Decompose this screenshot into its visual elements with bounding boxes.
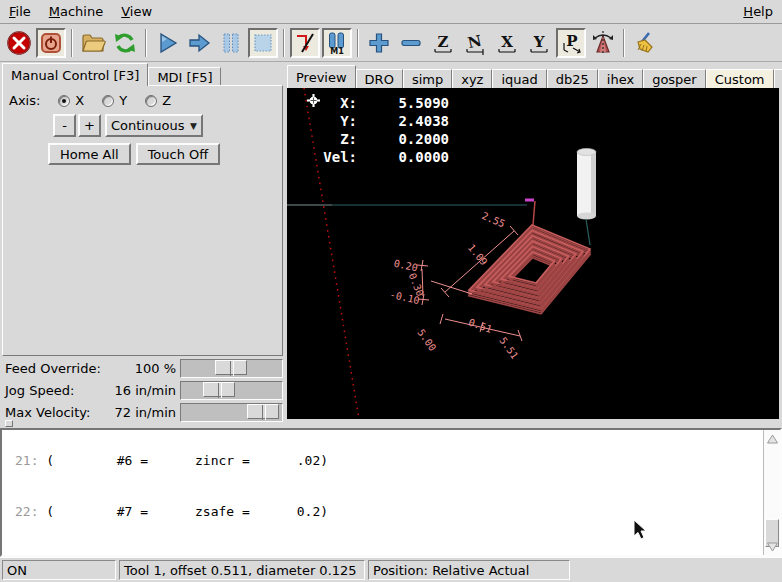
svg-text:P: P — [566, 32, 577, 50]
clear-plot-button[interactable] — [630, 28, 660, 58]
optional-pause-button[interactable]: M1 — [322, 28, 352, 58]
max-velocity-value: 72 in/min — [80, 405, 176, 420]
tab-preview[interactable]: Preview — [287, 65, 356, 88]
machine-power-button[interactable] — [36, 28, 66, 58]
jog-plus-button[interactable]: + — [78, 114, 101, 137]
jog-speed-value: 16 in/min — [80, 383, 176, 398]
max-velocity-slider[interactable] — [180, 403, 283, 422]
step-button[interactable] — [184, 28, 214, 58]
view-z-rotated-button[interactable]: N — [460, 28, 490, 58]
tab-ttt[interactable]: ttt — [774, 69, 782, 88]
jog-speed-slider[interactable] — [180, 381, 283, 400]
dro-y-row: Y:2.4038 — [301, 112, 449, 130]
tab-iquad[interactable]: iquad — [492, 69, 546, 88]
tab-db25[interactable]: db25 — [547, 69, 598, 88]
tab-gosper[interactable]: gosper — [643, 69, 706, 88]
toolbar-separator — [71, 29, 73, 57]
zoom-out-button[interactable] — [396, 28, 426, 58]
tab-simp[interactable]: simp — [403, 69, 452, 88]
tab-custom[interactable]: Custom — [706, 69, 774, 88]
homed-icon — [307, 94, 320, 107]
menu-file[interactable]: File — [0, 1, 40, 22]
tab-xyz[interactable]: xyz — [452, 69, 492, 88]
dro-readout: X:5.5090 Y:2.4038 Z:0.2000 Vel:0.0000 — [301, 94, 449, 166]
menu-help[interactable]: Help — [734, 1, 782, 22]
pause-button[interactable] — [216, 28, 246, 58]
skip-lines-button[interactable] — [290, 28, 320, 58]
feed-override-value: 100 % — [80, 361, 176, 376]
toolbar-separator — [145, 29, 147, 57]
dim-x-min: 5.00 — [415, 327, 438, 353]
dim-z-max: 0.20 — [393, 258, 419, 274]
chevron-down-icon: ▼ — [190, 121, 197, 131]
axis-radio-z[interactable]: Z — [145, 93, 171, 108]
pocket-toolpath — [469, 225, 590, 314]
radio-indicator — [102, 95, 114, 107]
zoom-in-button[interactable] — [364, 28, 394, 58]
step-arrow-icon — [187, 31, 211, 55]
estop-icon — [6, 30, 32, 56]
triangle-up-icon — [767, 434, 778, 444]
tool-info-cell: Tool 1, offset 0.511, diameter 0.125 — [119, 560, 365, 580]
svg-text:Z: Z — [438, 33, 449, 51]
menu-machine[interactable]: Machine — [40, 1, 112, 22]
broom-icon — [632, 30, 658, 56]
scroll-up-arrow[interactable] — [764, 430, 781, 447]
dro-x-row: X:5.5090 — [301, 94, 449, 112]
manual-control-frame: Axis: X Y Z - + Continuous — [2, 85, 283, 356]
toolbar: M1 Z N X — [0, 25, 782, 62]
gcode-line[interactable]: 21: ( #6 = zincr = .02) — [2, 452, 762, 469]
feed-override-slider[interactable] — [180, 359, 283, 378]
status-bar: ON Tool 1, offset 0.511, diameter 0.125 … — [0, 557, 782, 582]
view-z-button[interactable]: Z — [428, 28, 458, 58]
pause-icon — [219, 31, 243, 55]
view-x-icon: X — [495, 31, 519, 55]
preview-canvas[interactable]: 2.55 1.09 0.20 0.30 -0.10 5.00 0.51 5.51… — [287, 88, 779, 419]
rotate-view-button[interactable] — [588, 28, 618, 58]
axis-radio-y[interactable]: Y — [102, 93, 127, 108]
touch-off-button[interactable]: Touch Off — [136, 143, 221, 165]
mouse-cursor — [633, 519, 649, 541]
estop-button[interactable] — [4, 28, 34, 58]
svg-text:N: N — [466, 32, 483, 53]
jog-speed-row: Jog Speed: 16 in/min — [0, 380, 285, 402]
tab-ihex[interactable]: ihex — [598, 69, 643, 88]
dro-z-row: Z:0.2000 — [301, 130, 449, 148]
rotate-cone-icon — [590, 30, 616, 56]
optional-pause-icon: M1 — [325, 31, 349, 55]
jog-mode-dropdown[interactable]: Continuous ▼ — [105, 114, 203, 137]
svg-text:X: X — [501, 33, 513, 51]
view-perspective-button[interactable]: P — [556, 28, 586, 58]
menu-bar: File Machine View Help — [0, 0, 782, 24]
menu-view[interactable]: View — [112, 1, 161, 22]
stop-button[interactable] — [248, 28, 278, 58]
svg-text:Y: Y — [533, 33, 545, 51]
toolbar-separator — [623, 29, 625, 57]
open-file-button[interactable] — [78, 28, 108, 58]
slider-handle[interactable] — [203, 382, 235, 397]
pane-sash-grip[interactable] — [5, 420, 13, 427]
tab-dro[interactable]: DRO — [356, 69, 403, 88]
dim-x-max: 5.51 — [497, 335, 520, 361]
scroll-down-arrow[interactable] — [764, 538, 781, 555]
reload-file-button[interactable] — [110, 28, 140, 58]
skip-lines-icon — [293, 31, 317, 55]
axis-radio-x[interactable]: X — [58, 93, 84, 108]
slider-handle[interactable] — [215, 360, 247, 375]
slider-handle[interactable] — [247, 404, 279, 419]
stop-icon — [251, 31, 275, 55]
tab-mdi[interactable]: MDI [F5] — [148, 67, 221, 86]
svg-text:M1: M1 — [330, 47, 344, 55]
gcode-scrollbar[interactable] — [763, 430, 780, 555]
tool-cylinder — [577, 149, 596, 246]
gcode-line[interactable]: 22: ( #7 = zsafe = 0.2) — [2, 503, 762, 520]
gcode-text-area[interactable]: 21: ( #6 = zincr = .02) 22: ( #7 = zsafe… — [0, 428, 782, 557]
home-all-button[interactable]: Home All — [48, 143, 131, 165]
left-tab-row: Manual Control [F3] MDI [F5] — [2, 63, 221, 86]
view-x-button[interactable]: X — [492, 28, 522, 58]
tab-manual-control[interactable]: Manual Control [F3] — [2, 63, 148, 86]
view-y-button[interactable]: Y — [524, 28, 554, 58]
jog-minus-button[interactable]: - — [53, 114, 76, 137]
run-button[interactable] — [152, 28, 182, 58]
triangle-down-icon — [767, 542, 778, 552]
